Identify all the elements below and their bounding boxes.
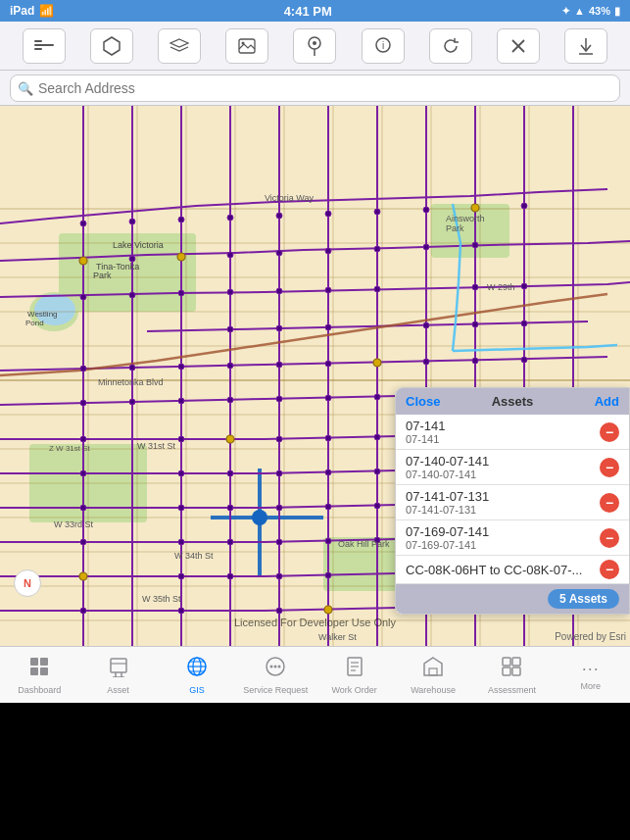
svg-rect-173 [30,658,38,666]
svg-point-77 [129,365,135,371]
svg-point-107 [276,470,282,476]
svg-point-116 [276,505,282,511]
svg-marker-193 [424,658,442,675]
search-input[interactable] [10,74,620,102]
svg-point-75 [521,321,527,326]
svg-text:Ainsworth: Ainsworth [446,214,485,223]
close-assets-button[interactable]: Close [406,394,477,409]
asset-sub-1: 07-141 [406,433,600,445]
svg-point-72 [325,324,331,330]
assets-header: Close Assets Add [396,388,629,415]
tab-dashboard[interactable]: Dashboard [0,647,78,703]
asset-row-5: CC-08K-06HT to CC-08K-07-... − [396,556,629,584]
tab-more[interactable]: ··· More [552,647,630,703]
svg-rect-175 [111,659,126,672]
status-time: 4:41 PM [284,4,332,19]
svg-point-125 [276,539,282,545]
assets-panel: Close Assets Add 07-141 07-141 − 07-140-… [395,387,630,615]
assets-header-label: Assets [477,394,549,409]
svg-point-91 [325,395,331,401]
service-request-icon [265,656,286,683]
compass[interactable]: N [14,569,41,597]
svg-point-51 [521,203,527,209]
tab-asset[interactable]: Asset [78,647,157,703]
svg-point-80 [276,362,282,368]
tab-gis-label: GIS [189,685,205,695]
licensed-text: Licensed For Developer Use Only [234,617,396,628]
polygon-button[interactable] [90,28,133,64]
route-button[interactable] [23,28,66,64]
svg-point-8 [313,41,316,45]
svg-point-48 [374,209,380,215]
dashboard-icon [28,656,50,683]
svg-point-96 [178,436,184,442]
svg-point-144 [471,204,479,212]
asset-main-4: 07-169-07-141 [406,524,600,539]
refresh-button[interactable] [429,28,472,64]
svg-point-73 [423,322,429,328]
toolbar: i [0,22,630,71]
remove-asset-3[interactable]: − [600,493,619,513]
asset-main-3: 07-141-07-131 [406,489,600,504]
remove-asset-4[interactable]: − [600,528,619,548]
svg-point-148 [79,572,87,580]
svg-point-143 [177,253,185,261]
svg-point-122 [80,539,86,545]
svg-marker-4 [170,39,188,47]
tab-assessment[interactable]: Assessment [472,647,551,703]
tab-work-order[interactable]: Work Order [315,647,394,703]
svg-point-65 [276,288,282,294]
svg-point-114 [178,505,184,511]
battery-level: 43% [589,5,610,17]
svg-point-145 [373,359,381,367]
svg-point-83 [423,359,429,365]
svg-point-105 [178,470,184,476]
tab-work-order-label: Work Order [332,685,377,695]
pin-button[interactable] [293,28,336,64]
battery-icon: ▮ [614,5,620,18]
assets-count-button[interactable]: 5 Assets [548,589,619,609]
svg-rect-194 [429,668,437,675]
svg-text:W 34th St: W 34th St [174,551,214,561]
svg-point-109 [374,469,380,474]
svg-point-47 [325,211,331,217]
remove-asset-1[interactable]: − [600,422,619,442]
assets-footer: 5 Assets [396,584,629,614]
svg-text:Pond: Pond [25,319,44,327]
tab-bar: Dashboard Asset GIS Service Request Work… [0,646,630,703]
svg-point-138 [178,608,184,614]
image-button[interactable] [225,28,268,64]
tab-service-request-label: Service Request [243,685,308,695]
close-button[interactable] [497,28,540,64]
svg-point-81 [325,361,331,367]
remove-asset-5[interactable]: − [600,560,619,579]
tab-warehouse[interactable]: Warehouse [394,647,472,703]
more-icon: ··· [582,659,600,679]
svg-point-69 [521,283,527,289]
tab-asset-label: Asset [107,685,129,695]
remove-asset-2[interactable]: − [600,458,619,477]
add-asset-button[interactable]: Add [548,394,619,409]
svg-point-124 [227,539,233,545]
search-icon: 🔍 [18,80,33,95]
svg-marker-3 [104,37,120,55]
svg-point-186 [270,665,273,667]
download-button[interactable] [564,28,607,64]
info-button[interactable]: i [362,28,405,64]
svg-point-78 [178,364,184,370]
svg-point-49 [423,207,429,213]
svg-text:i: i [382,40,384,51]
layers-button[interactable] [158,28,201,64]
svg-text:W 35th St: W 35th St [142,594,181,604]
svg-point-84 [472,358,478,364]
tab-service-request[interactable]: Service Request [236,647,315,703]
map-area[interactable]: Victoria Way Ainsworth Park W 29th Lake … [0,106,630,646]
svg-rect-195 [503,658,510,666]
tab-gis[interactable]: GIS [158,647,236,703]
svg-point-132 [227,573,233,579]
svg-point-99 [325,435,331,441]
gis-icon [186,656,208,683]
asset-main-2: 07-140-07-141 [406,454,600,469]
svg-point-100 [374,434,380,440]
svg-point-149 [324,606,332,614]
